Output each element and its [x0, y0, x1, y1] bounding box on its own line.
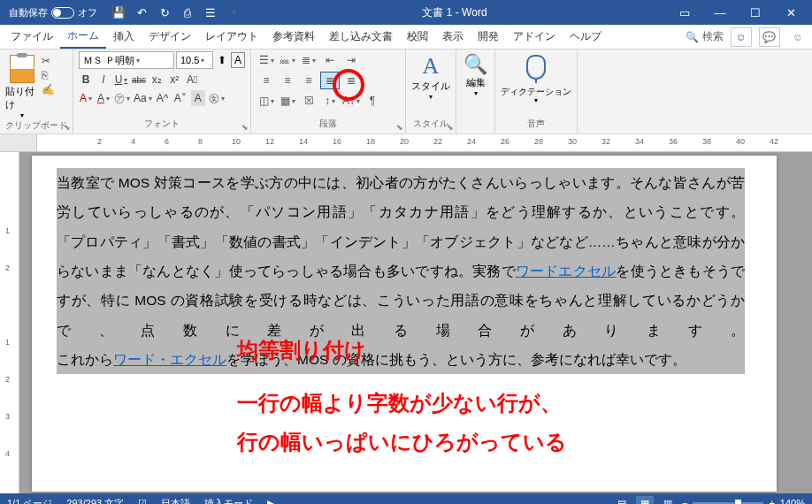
- zoom-level[interactable]: 140%: [780, 498, 805, 504]
- close-icon[interactable]: ✕: [773, 0, 808, 25]
- highlight-button[interactable]: A: [79, 90, 93, 106]
- phonetic-button[interactable]: ㋐: [114, 90, 130, 106]
- tab-developer[interactable]: 開発: [471, 25, 506, 49]
- font-color-button[interactable]: A: [96, 90, 111, 106]
- ruler-margin: [0, 134, 37, 151]
- dialog-launcher-icon[interactable]: ⬊: [447, 123, 454, 132]
- view-read-icon[interactable]: ▤: [613, 496, 631, 504]
- save-icon[interactable]: 💾: [110, 4, 127, 21]
- qat-customize-icon[interactable]: [225, 4, 242, 21]
- tab-insert[interactable]: 挿入: [106, 25, 142, 49]
- change-case-button[interactable]: Aa: [134, 90, 152, 106]
- vertical-ruler[interactable]: 121234: [0, 152, 19, 493]
- char-scale-icon[interactable]: ☒: [299, 92, 318, 110]
- share-button[interactable]: ☺: [731, 27, 752, 47]
- show-marks-icon[interactable]: ¶: [363, 92, 382, 110]
- dictation-label: ディクテーション: [501, 87, 571, 96]
- multilevel-icon[interactable]: ≣: [299, 51, 318, 69]
- status-words[interactable]: 293/293 文字: [66, 497, 124, 505]
- ribbon-display-icon[interactable]: ▭: [667, 0, 702, 25]
- subscript-button[interactable]: x₂: [149, 72, 164, 88]
- annotation-1: 均等割り付け: [237, 336, 366, 364]
- annotation-2: 一行の幅より字数が少ない行が、: [237, 389, 562, 417]
- editing-button[interactable]: 🔍 編集 ▾: [463, 53, 487, 97]
- clear-format-icon[interactable]: A⃠: [185, 72, 199, 88]
- link-word-excel-2[interactable]: ワード・エクセル: [113, 352, 226, 367]
- tab-help[interactable]: ヘルプ: [563, 25, 609, 49]
- shading-icon[interactable]: ◫: [257, 92, 276, 110]
- redo-icon[interactable]: ↻: [156, 4, 173, 21]
- status-language[interactable]: 日本語: [161, 497, 190, 505]
- tab-file[interactable]: ファイル: [4, 25, 60, 49]
- tab-home[interactable]: ホーム: [60, 25, 106, 49]
- tab-design[interactable]: デザイン: [142, 25, 198, 49]
- char-border-icon[interactable]: A: [231, 52, 245, 68]
- tab-view[interactable]: 表示: [435, 25, 471, 49]
- zoom-out-icon[interactable]: −: [682, 498, 687, 504]
- tab-layout[interactable]: レイアウト: [198, 25, 265, 49]
- decrease-indent-icon[interactable]: ⇤: [320, 51, 340, 69]
- font-name-select[interactable]: ＭＳ Ｐ明朝: [79, 51, 174, 69]
- strikethrough-button[interactable]: abc: [132, 72, 146, 88]
- document-area: 121234 当教室で MOS 対策コースを学ぶ方の中には、初心者の方がたくさん…: [0, 152, 812, 493]
- superscript-button[interactable]: x²: [167, 72, 181, 88]
- styles-button[interactable]: A スタイル ▾: [411, 53, 450, 101]
- autosave-state: オフ: [78, 6, 97, 19]
- app-title: 文書 1 - Word: [242, 5, 667, 20]
- paragraph-3: これからワード・エクセルを学ぼう、MOS の資格に挑もう、という方に、参考になれ…: [57, 345, 745, 374]
- maximize-icon[interactable]: ☐: [738, 0, 773, 25]
- ribbon: 貼り付け ▾ ✂ ⎘ ✍ クリップボード ⬊ ＭＳ Ｐ明朝 10.5 ⬆ A B…: [0, 50, 812, 134]
- status-proofing-icon[interactable]: ☑: [138, 498, 147, 505]
- copy-icon[interactable]: ⎘: [42, 69, 55, 81]
- grow-font-icon-2[interactable]: A˅: [173, 90, 188, 106]
- underline-button[interactable]: U: [114, 72, 128, 88]
- horizontal-ruler[interactable]: 224681012141618202224262830323436384042: [0, 134, 812, 152]
- tab-references[interactable]: 参考資料: [265, 25, 322, 49]
- undo-icon[interactable]: ↶: [133, 4, 150, 21]
- tab-review[interactable]: 校閲: [400, 25, 435, 49]
- dialog-launcher-icon[interactable]: ⬊: [64, 123, 71, 132]
- font-size-select[interactable]: 10.5: [176, 51, 213, 69]
- align-left-icon[interactable]: ≡: [257, 72, 276, 89]
- format-painter-icon[interactable]: ✍: [42, 83, 55, 95]
- tab-addins[interactable]: アドイン: [506, 25, 563, 49]
- dialog-launcher-icon[interactable]: ⬊: [241, 123, 249, 132]
- align-right-icon[interactable]: ≡: [299, 72, 318, 89]
- status-insert-mode[interactable]: 挿入モード: [204, 497, 253, 505]
- numbering-icon[interactable]: ⅏: [278, 51, 297, 69]
- shrink-font-icon[interactable]: A^: [156, 90, 170, 106]
- qat-icon-1[interactable]: ⎙: [179, 4, 196, 21]
- document-text[interactable]: 当教室で MOS 対策コースを学ぶ方の中には、初心者の方がたくさんいらっしゃいま…: [57, 168, 745, 374]
- title-bar: 自動保存 オフ 💾 ↶ ↻ ⎙ ☰ 文書 1 - Word ▭ — ☐ ✕: [0, 0, 812, 25]
- group-label-dictation: 音声: [527, 118, 545, 132]
- view-print-icon[interactable]: ▦: [636, 496, 654, 504]
- zoom-in-icon[interactable]: +: [769, 498, 774, 504]
- status-page[interactable]: 1/1 ページ: [7, 497, 52, 505]
- borders-icon[interactable]: ▦: [278, 92, 297, 110]
- grow-font-icon[interactable]: ⬆: [215, 52, 229, 68]
- paste-label: 貼り付け: [5, 85, 39, 111]
- dialog-launcher-icon[interactable]: ⬊: [396, 123, 403, 132]
- dictation-button[interactable]: ディクテーション ▾: [501, 53, 571, 104]
- search-box[interactable]: 🔍 検索: [686, 29, 724, 44]
- paste-button[interactable]: 貼り付け ▾: [5, 51, 39, 119]
- shading-button[interactable]: A: [191, 90, 205, 106]
- document-scroll[interactable]: 当教室で MOS 対策コースを学ぶ方の中には、初心者の方がたくさんいらっしゃいま…: [19, 152, 812, 493]
- minimize-icon[interactable]: —: [702, 0, 738, 25]
- help-icon[interactable]: ☺: [793, 31, 803, 43]
- status-macro-icon[interactable]: ▶: [267, 498, 274, 505]
- align-center-icon[interactable]: ≡: [278, 72, 297, 89]
- qat-icon-2[interactable]: ☰: [202, 4, 219, 21]
- cut-icon[interactable]: ✂: [42, 55, 55, 67]
- view-web-icon[interactable]: ▥: [659, 496, 677, 504]
- italic-button[interactable]: I: [96, 72, 111, 88]
- bullets-icon[interactable]: ☰: [257, 51, 276, 69]
- tab-mailings[interactable]: 差し込み文書: [322, 25, 400, 49]
- increase-indent-icon[interactable]: ⇥: [341, 51, 361, 69]
- autosave-toggle[interactable]: 自動保存 オフ: [4, 6, 103, 19]
- enclose-char-button[interactable]: ㊛: [209, 90, 225, 106]
- bold-button[interactable]: B: [79, 72, 93, 88]
- editing-label: 編集: [463, 76, 487, 89]
- link-word-excel[interactable]: ワードエクセル: [516, 263, 617, 279]
- comments-button[interactable]: 💬: [759, 27, 780, 47]
